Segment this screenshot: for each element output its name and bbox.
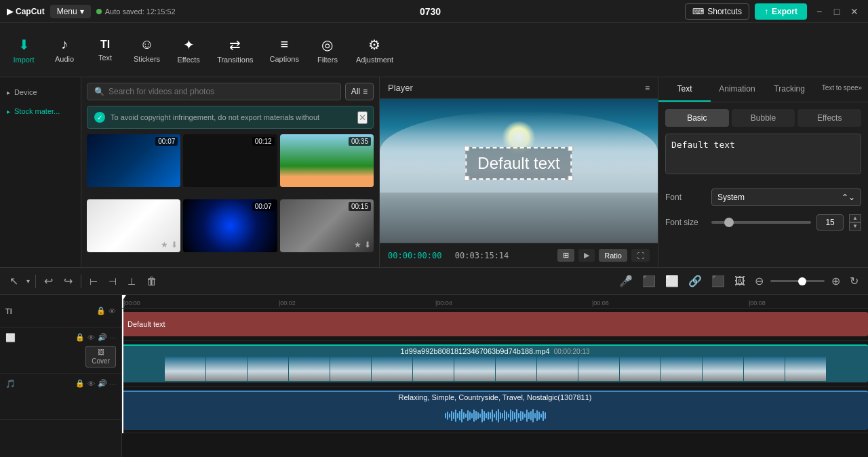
split-button[interactable]: ⊢ [87, 273, 100, 290]
wave-bar [502, 413, 503, 418]
delete-button[interactable]: 🗑 [144, 273, 160, 290]
toolbar-transitions[interactable]: ⇄ Transitions [209, 31, 261, 69]
thumbnail-button[interactable]: 🖼 [732, 273, 748, 290]
audio-volume-button[interactable]: 🔊 [98, 379, 107, 388]
toolbar-import[interactable]: ⬇ Import [3, 31, 44, 69]
fontsize-down-button[interactable]: ▼ [849, 222, 861, 231]
sub-tab-bubble[interactable]: Bubble [732, 109, 795, 127]
record-button[interactable]: 🎤 [616, 272, 635, 290]
player-menu-icon[interactable]: ≡ [645, 83, 650, 93]
text-input[interactable]: Default text [665, 134, 861, 174]
fullscreen-button[interactable]: ⛶ [631, 249, 650, 262]
menu-button[interactable]: Menu ▾ [50, 5, 91, 18]
media-item[interactable]: 00:35 [280, 134, 374, 187]
wave-bar [449, 414, 450, 418]
trim-right-button[interactable]: ⊥ [125, 273, 138, 290]
keyboard-icon: ⌨ [692, 7, 704, 16]
text-lock-button[interactable]: 🔒 [96, 306, 106, 315]
unlink-button[interactable]: ⬛ [709, 272, 728, 290]
handle-tl[interactable] [464, 146, 469, 151]
video-clip[interactable]: 1d99a992b80818123467063b9d74b188.mp4 00:… [122, 344, 868, 382]
toolbar-audio[interactable]: ♪ Audio [44, 31, 85, 68]
player-header: Player ≡ [380, 77, 658, 99]
audio-lock-button[interactable]: 🔒 [75, 379, 85, 388]
menu-label: Menu [57, 7, 77, 16]
toolbar-filters[interactable]: ◎ Filters [307, 31, 348, 69]
sub-tab-effects[interactable]: Effects [797, 109, 861, 127]
search-input-wrapper[interactable]: 🔍 [87, 83, 341, 100]
topbar-right: ⌨ Shortcuts ↑ Export − □ ✕ [685, 3, 861, 20]
wave-bar [545, 412, 546, 419]
wave-bar [500, 412, 501, 419]
handle-bl[interactable] [464, 176, 469, 181]
notice-close-button[interactable]: ✕ [357, 111, 368, 124]
audio-more-button[interactable]: ··· [110, 379, 116, 388]
zoom-slider[interactable] [770, 280, 825, 282]
clip-connect-button[interactable]: ⬛ [639, 272, 658, 290]
handle-br[interactable] [568, 176, 574, 181]
export-button[interactable]: ↑ Export [755, 3, 807, 20]
link-button[interactable]: 🔗 [686, 272, 705, 290]
tab-tracking[interactable]: Tracking [764, 77, 816, 102]
toolbar-captions[interactable]: ≡ Captions [262, 31, 307, 68]
media-item[interactable]: 00:12 [183, 134, 277, 187]
filmstrip-frame [330, 357, 371, 381]
undo-button[interactable]: ↩ [41, 272, 56, 290]
filmstrip-frame [537, 357, 578, 381]
ratio-button[interactable]: Ratio [599, 249, 627, 262]
fontsize-input[interactable]: 15 [816, 214, 844, 231]
all-filter-button[interactable]: All ≡ [345, 83, 374, 100]
video-audio-button[interactable]: 🔊 [98, 333, 107, 342]
media-item[interactable]: ★ ⬇ [87, 199, 180, 252]
toolbar-stickers[interactable]: ☺ Stickers [125, 31, 168, 68]
sub-tab-basic[interactable]: Basic [665, 109, 729, 127]
zoom-in-button[interactable]: ⊕ [829, 272, 843, 290]
media-item[interactable]: 00:07 [183, 199, 277, 252]
toolbar-adjustment[interactable]: ⚙ Adjustment [348, 31, 401, 69]
ruler-mark-2: |00:04 [435, 300, 452, 306]
video-lock-button[interactable]: 🔒 [75, 333, 85, 342]
minimize-button[interactable]: − [812, 6, 826, 17]
play-button[interactable]: ▶ [578, 249, 595, 262]
cover-label: Cover [92, 357, 110, 365]
star-icon[interactable]: ★ [161, 240, 168, 250]
redo-button[interactable]: ↪ [61, 272, 75, 290]
font-select[interactable]: System ⌃⌄ [711, 188, 861, 206]
grid-view-button[interactable]: ⊞ [557, 249, 574, 262]
zoom-out-button[interactable]: ⊖ [752, 272, 766, 290]
sidebar-item-device[interactable]: ▸ Device [0, 83, 81, 102]
fontsize-slider[interactable] [711, 221, 811, 224]
video-more-button[interactable]: ··· [110, 333, 116, 342]
audio-clip[interactable]: Relaxing, Simple, Countryside, Travel, N… [122, 391, 868, 430]
toolbar-text[interactable]: TI Text [85, 33, 125, 67]
text-visibility-button[interactable]: 👁 [108, 306, 116, 315]
clip-overlay-button[interactable]: ⬜ [663, 272, 682, 290]
sidebar-item-stock[interactable]: ▸ Stock mater... [0, 102, 81, 121]
media-item[interactable]: 00:15 ★ ⬇ [280, 199, 374, 252]
select-tool-button[interactable]: ↖ [7, 272, 21, 290]
handle-tr[interactable] [568, 146, 574, 151]
text-overlay[interactable]: Default text [465, 147, 572, 180]
cover-button[interactable]: 🖼 Cover [85, 346, 116, 367]
shortcuts-button[interactable]: ⌨ Shortcuts [685, 3, 749, 20]
video-visibility-button[interactable]: 👁 [87, 333, 95, 342]
maximize-button[interactable]: □ [830, 6, 844, 17]
download-icon[interactable]: ⬇ [364, 240, 371, 250]
fit-view-button[interactable]: ↻ [847, 272, 861, 290]
media-item[interactable]: 00:07 [87, 134, 180, 187]
tab-text-to-speech[interactable]: Text to spee» [816, 77, 868, 102]
trim-left-button[interactable]: ⊣ [106, 273, 119, 290]
search-input[interactable] [108, 87, 334, 96]
download-icon[interactable]: ⬇ [171, 240, 178, 250]
star-icon[interactable]: ★ [354, 240, 361, 250]
close-button[interactable]: ✕ [848, 6, 861, 17]
tab-animation[interactable]: Animation [711, 77, 763, 102]
tab-text[interactable]: Text [658, 77, 711, 102]
audio-visibility-button[interactable]: 👁 [87, 379, 95, 388]
logo-icon: ▶ [7, 7, 13, 16]
wave-bar [494, 414, 495, 418]
text-clip[interactable]: Default text [122, 312, 868, 336]
fontsize-up-button[interactable]: ▲ [849, 214, 861, 222]
timeline-ruler-area: |00:00 |00:02 |00:04 |00:06 |00:08 Defau… [122, 295, 868, 457]
toolbar-effects[interactable]: ✦ Effects [168, 31, 209, 69]
